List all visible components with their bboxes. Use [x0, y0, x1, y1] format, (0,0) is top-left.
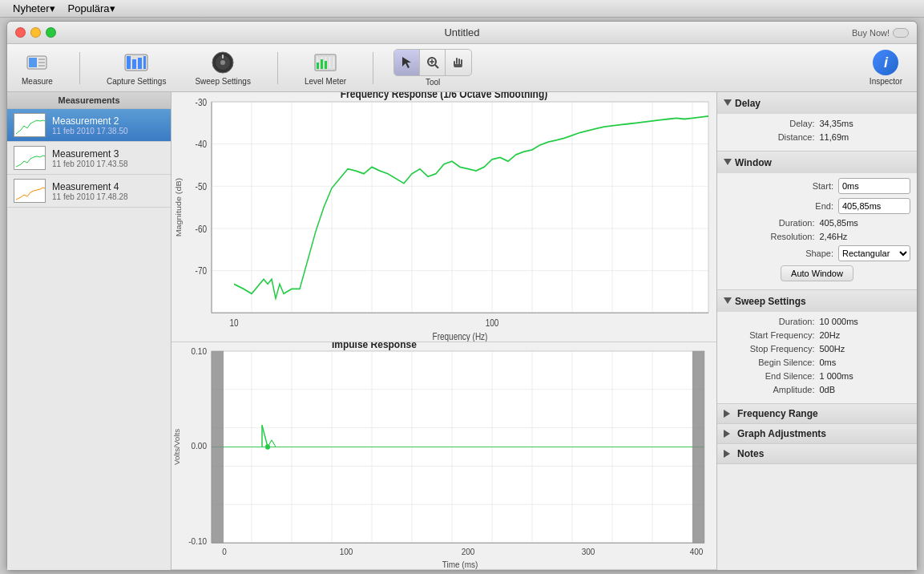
traffic-lights	[7, 27, 56, 38]
svg-text:Magnitude (dB): Magnitude (dB)	[175, 178, 183, 237]
zoom-tool-button[interactable]	[420, 50, 446, 75]
delay-section: Delay Delay: 34,35ms Distance: 11,69m	[717, 92, 917, 152]
window-collapse-icon	[724, 159, 732, 169]
level-meter-label: Level Meter	[305, 77, 346, 86]
measurement-3-date: 11 feb 2010 17.43.58	[52, 160, 128, 168]
svg-text:Impulse Response: Impulse Response	[332, 342, 417, 350]
toolbar-sep-2	[277, 52, 278, 84]
sidebar-item-measurement-3[interactable]: Measurement 3 11 feb 2010 17.43.58	[7, 142, 171, 175]
charts-area: -30 -40 -50 -60 -70 10 100 Magnitude (dB…	[171, 92, 716, 570]
close-button[interactable]	[15, 27, 26, 38]
sweep-settings-label: Sweep Settings	[195, 77, 251, 86]
distance-value: 11,69m	[820, 132, 911, 142]
svg-rect-30	[461, 59, 462, 65]
toolbar: Measure Capture Settings	[7, 44, 917, 92]
toolbar-sweep-settings[interactable]: Sweep Settings	[188, 46, 257, 89]
window-start-input[interactable]	[838, 178, 910, 194]
inspector-label: Inspector	[870, 77, 902, 86]
svg-rect-29	[458, 59, 460, 65]
window-end-row: End:	[724, 198, 910, 214]
delay-title: Delay	[735, 98, 761, 109]
sweep-settings-icon	[210, 50, 236, 75]
sweep-duration-value: 10 000ms	[820, 317, 911, 326]
sidebar-item-measurement-4[interactable]: Measurement 4 11 feb 2010 17.48.28	[7, 175, 171, 208]
measure-label: Measure	[22, 77, 53, 86]
inspector-panel: Delay Delay: 34,35ms Distance: 11,69m	[716, 92, 917, 570]
window-end-label: End:	[724, 201, 838, 211]
level-meter-icon	[313, 50, 338, 75]
titlebar: Untitled Buy Now!	[7, 22, 917, 44]
window-end-input[interactable]	[838, 198, 910, 214]
svg-text:Time (ms): Time (ms)	[442, 560, 478, 568]
pointer-tool-button[interactable]	[394, 50, 420, 75]
zoom-button[interactable]	[46, 27, 56, 38]
svg-rect-18	[329, 56, 331, 69]
svg-text:0: 0	[222, 548, 227, 556]
toolbar-level-meter[interactable]: Level Meter	[298, 46, 353, 89]
notes-section-header[interactable]: Notes	[717, 444, 917, 463]
sweep-duration-row: Duration: 10 000ms	[724, 317, 910, 326]
toolbar-measure[interactable]: Measure	[15, 46, 59, 89]
svg-rect-19	[333, 56, 335, 69]
svg-text:-50: -50	[196, 181, 207, 192]
sweep-amplitude-row: Amplitude: 0dB	[724, 385, 910, 394]
frequency-range-section-header[interactable]: Frequency Range	[717, 404, 917, 423]
frequency-range-title: Frequency Range	[737, 408, 818, 419]
sweep-duration-label: Duration:	[724, 317, 820, 326]
frequency-response-chart: -30 -40 -50 -60 -70 10 100 Magnitude (dB…	[171, 92, 716, 342]
window-title: Untitled	[444, 26, 479, 38]
svg-text:100: 100	[486, 317, 499, 328]
delay-section-header[interactable]: Delay	[717, 92, 917, 114]
sweep-settings-section-header[interactable]: Sweep Settings	[717, 290, 917, 312]
graph-adjustments-section-header[interactable]: Graph Adjustments	[717, 424, 917, 443]
svg-rect-13	[222, 55, 224, 59]
measurement-2-thumbnail	[14, 113, 46, 137]
svg-rect-105	[692, 351, 704, 543]
hand-tool-button[interactable]	[446, 50, 471, 75]
menu-populara[interactable]: Populära▾	[62, 2, 122, 14]
sweep-start-freq-label: Start Frequency:	[724, 330, 820, 340]
notes-section: Notes	[717, 444, 917, 464]
notes-title: Notes	[737, 448, 764, 459]
menu-nyheter[interactable]: Nyheter▾	[6, 2, 62, 14]
window-resolution-label: Resolution:	[724, 232, 820, 241]
graph-adj-expand-icon	[724, 430, 734, 438]
delay-value: 34,35ms	[820, 119, 911, 128]
toolbar-inspector[interactable]: i Inspector	[863, 46, 909, 89]
menu-bar: Nyheter▾ Populära▾	[0, 0, 924, 18]
svg-text:-40: -40	[196, 139, 207, 150]
buy-now[interactable]: Buy Now!	[852, 28, 909, 38]
window-start-row: Start:	[724, 178, 910, 194]
toolbar-capture-settings[interactable]: Capture Settings	[100, 46, 173, 89]
distance-row: Distance: 11,69m	[724, 132, 910, 142]
svg-text:Frequency (Hz): Frequency (Hz)	[433, 331, 488, 342]
sweep-start-freq-value: 20Hz	[820, 330, 911, 340]
measurement-3-info: Measurement 3 11 feb 2010 17.43.58	[52, 148, 128, 168]
svg-rect-9	[143, 56, 146, 69]
window-content: Start: End: Duration: 405,85ms Resolutio…	[717, 173, 917, 289]
svg-text:100: 100	[340, 548, 353, 556]
svg-rect-21	[321, 59, 323, 69]
minimize-button[interactable]	[30, 27, 41, 38]
tool-group	[393, 49, 472, 76]
buy-now-toggle	[893, 28, 909, 38]
sweep-settings-section: Sweep Settings Duration: 10 000ms Start …	[717, 290, 917, 404]
auto-window-button[interactable]: Auto Window	[781, 265, 853, 281]
sidebar-item-measurement-2[interactable]: Measurement 2 11 feb 2010 17.38.50	[7, 109, 171, 142]
window-resolution-value: 2,46Hz	[820, 232, 911, 241]
svg-text:Frequency Response (1/6 Octave: Frequency Response (1/6 Octave Smoothing…	[341, 92, 547, 100]
sweep-end-silence-label: End Silence:	[724, 371, 820, 381]
measurement-3-thumbnail	[14, 146, 46, 170]
main-content: Measurements Measurement 2 11 feb 2010 1…	[7, 92, 917, 570]
svg-line-25	[435, 65, 438, 68]
svg-text:-0.10: -0.10	[188, 537, 207, 546]
sweep-begin-silence-value: 0ms	[820, 358, 911, 367]
inspector-icon: i	[873, 50, 898, 75]
sweep-amplitude-label: Amplitude:	[724, 385, 820, 394]
window-shape-label: Shape:	[724, 249, 838, 258]
measurement-4-info: Measurement 4 11 feb 2010 17.48.28	[52, 181, 128, 201]
window-shape-select[interactable]: Rectangular Hann Hamming Blackman	[838, 245, 910, 261]
measurement-2-date: 11 feb 2010 17.38.50	[52, 127, 128, 135]
svg-rect-20	[317, 63, 319, 69]
window-section-header[interactable]: Window	[717, 152, 917, 173]
